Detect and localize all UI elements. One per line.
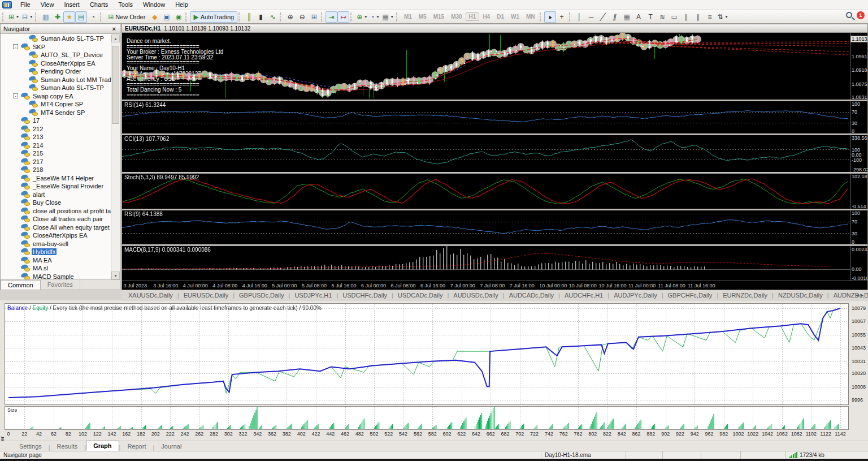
symbol-tab-usdchfc[interactable]: USDCHFc,Daily <box>338 291 392 299</box>
symbol-tab-audusdc[interactable]: AUDUSDc,Daily <box>449 291 502 299</box>
rsi14-pane[interactable]: RSI(14) 61.3244 10070300 <box>122 101 867 133</box>
tree-item[interactable]: _EaseWe MT4 Helper <box>1 174 111 183</box>
navigator-tab-common[interactable]: Common <box>1 280 41 290</box>
tree-item[interactable]: -Swap copy EA <box>1 92 111 101</box>
tree-item[interactable]: MACD Sample <box>1 273 111 280</box>
tree-item[interactable]: CloseAfterXpips EA <box>1 59 111 68</box>
menu-insert[interactable]: Insert <box>59 0 85 10</box>
tree-item[interactable]: Hybridfx <box>1 248 111 256</box>
zoom-out-button[interactable]: ⊖ <box>296 11 308 23</box>
menu-window[interactable]: Window <box>138 0 170 10</box>
tester-tab-report[interactable]: Report <box>120 442 153 451</box>
tree-item[interactable]: MA sl <box>1 264 111 273</box>
tile-windows-button[interactable]: ⊞ <box>308 11 320 23</box>
symbol-tab-usdcadc[interactable]: USDCADc,Daily <box>393 291 447 299</box>
symbol-tab-audchfc[interactable]: AUDCHFc,H1 <box>560 291 607 299</box>
tester-tab-settings[interactable]: Settings <box>12 442 49 451</box>
symbol-tab-usdjpyc[interactable]: USDJPYc,H1 <box>290 291 336 299</box>
notifications-button[interactable]: 1 <box>857 11 865 19</box>
close-icon[interactable]: × <box>111 25 117 32</box>
scroll-down-icon[interactable]: ▼ <box>111 272 120 279</box>
macd-pane[interactable]: MACD(8,17,9) 0.000341 0.000086 0.0024210… <box>122 246 867 281</box>
tree-item[interactable]: 214 <box>1 141 111 150</box>
scroll-up-icon[interactable]: ▲ <box>111 35 120 42</box>
tree-item[interactable]: 217 <box>1 158 111 166</box>
navigator-scrollbar[interactable]: ▲ ▼ <box>111 35 120 279</box>
tree-expand-icon[interactable]: - <box>13 44 18 49</box>
tree-item[interactable]: 218 <box>1 166 111 174</box>
metaeditor-button[interactable]: ▣ <box>160 11 172 23</box>
arrow-objects-button[interactable]: ⇅▾ <box>716 11 730 23</box>
stochastic-canvas[interactable] <box>122 174 850 209</box>
zoom-in-button[interactable]: ⊕ <box>284 11 296 23</box>
timeframe-m1[interactable]: M1 <box>401 12 415 21</box>
timeframe-h1[interactable]: H1 <box>466 12 480 21</box>
tree-item[interactable]: alart <box>1 191 111 199</box>
line-chart-mode-button[interactable]: ∿ <box>267 11 279 23</box>
templates-button[interactable]: ▦▾ <box>381 11 395 23</box>
scrollbar-thumb[interactable] <box>112 46 119 124</box>
timeframe-m15[interactable]: M15 <box>430 12 448 21</box>
symbol-tab-eurnzdc[interactable]: EURNZDc,Daily <box>718 291 772 299</box>
strategy-tester-button[interactable]: ◔ <box>87 11 99 23</box>
community-button[interactable]: ◉ <box>172 11 184 23</box>
periods-button[interactable]: ◔▾ <box>368 11 380 23</box>
tester-tab-graph[interactable]: Graph <box>86 441 119 451</box>
macd-canvas[interactable] <box>122 246 850 281</box>
vertical-line-button[interactable]: │ <box>574 11 585 23</box>
cci-canvas[interactable] <box>122 135 850 172</box>
rsi14-canvas[interactable] <box>122 101 850 133</box>
equidistant-channel-button[interactable]: ∥ <box>609 11 621 23</box>
tree-expand-icon[interactable]: - <box>13 93 18 98</box>
tree-item[interactable]: 17 <box>1 117 111 125</box>
market-watch-button[interactable]: ▥ <box>40 11 51 23</box>
fibo-grid-button[interactable]: ▦ <box>621 11 633 23</box>
symbol-tab-audjpyc[interactable]: AUDJPYc,Daily <box>609 291 661 299</box>
timeframe-m5[interactable]: M5 <box>415 12 430 21</box>
parallel-lines-3-button[interactable]: ≡ <box>704 11 716 23</box>
menu-file[interactable]: File <box>15 0 36 10</box>
tree-item[interactable]: Close All when equity target hit <box>1 223 111 232</box>
tree-item[interactable]: Close all trades each pair <box>1 215 111 223</box>
menu-help[interactable]: Help <box>170 0 193 10</box>
crosshair-button[interactable]: + <box>556 11 568 23</box>
chart-shift-button[interactable]: ↦ <box>337 11 349 23</box>
timeframe-w1[interactable]: W1 <box>507 12 523 21</box>
symbol-tab-gbpchfc[interactable]: GBPCHFc,Daily <box>663 291 717 299</box>
tree-item[interactable]: _EaseWe Signal Provider <box>1 182 111 191</box>
terminal-toggle-button[interactable]: ▤ <box>75 11 87 23</box>
candle-chart-mode-button[interactable]: ▮ <box>255 11 267 23</box>
tree-item[interactable]: Pending Order <box>1 67 111 76</box>
tree-item[interactable]: AUTO_SL_TP_Device <box>1 51 111 59</box>
tree-item[interactable]: Buy Close <box>1 199 111 207</box>
menu-view[interactable]: View <box>36 0 59 10</box>
cci-pane[interactable]: CCI(13) 107.7062 338.5691000.00-100-298.… <box>122 135 867 172</box>
text-button[interactable]: A <box>633 11 645 23</box>
symbol-tab-eurusdc[interactable]: EURUSDc,Daily <box>179 291 233 299</box>
navigator-tab-favorites[interactable]: Favorites <box>41 280 80 290</box>
new-chart-button[interactable]: ⊞▾ <box>7 11 20 23</box>
symbol-tab-xauusdc[interactable]: XAUUSDc,Daily <box>124 291 177 299</box>
parallel-lines-2-button[interactable]: ∥ <box>692 11 704 23</box>
symbol-tab-gbpusdc[interactable]: GBPUSDc,Daily <box>235 291 288 299</box>
tree-item[interactable]: 215 <box>1 149 111 158</box>
profiles-button[interactable]: ⊟▾ <box>20 11 34 23</box>
tree-item[interactable]: Suman Auto SL-TS-TP <box>1 84 111 92</box>
tab-scroll-arrows-icon[interactable]: ◂▸ <box>856 292 866 298</box>
new-order-button[interactable]: ⊞New Order <box>105 11 149 23</box>
fibo-retracement-button[interactable]: ≋ <box>657 11 669 23</box>
symbol-tab-audcadc[interactable]: AUDCADc,Daily <box>505 291 558 299</box>
horizontal-line-button[interactable]: ─ <box>585 11 597 23</box>
tree-item[interactable]: CloseAfterXpips EA <box>1 231 111 240</box>
stochastic-pane[interactable]: Stoch(5,3,3) 89.9497 85.9992 102.189-0.5… <box>122 174 867 209</box>
rectangle-button[interactable]: ▭ <box>669 11 680 23</box>
bar-chart-mode-button[interactable]: ║ <box>243 11 255 23</box>
navigator-toggle-button[interactable]: ★ <box>63 11 75 23</box>
auto-scroll-button[interactable]: ⇥ <box>326 11 337 23</box>
tree-item[interactable]: 213 <box>1 133 111 141</box>
timeframe-h4[interactable]: H4 <box>479 12 493 21</box>
tree-item[interactable]: ema-buy-sell <box>1 240 111 248</box>
tree-item[interactable]: MT4 Copier SP <box>1 100 111 109</box>
timeframe-mn[interactable]: MN <box>523 12 539 21</box>
tree-item[interactable]: MT4 Sender SP <box>1 109 111 117</box>
